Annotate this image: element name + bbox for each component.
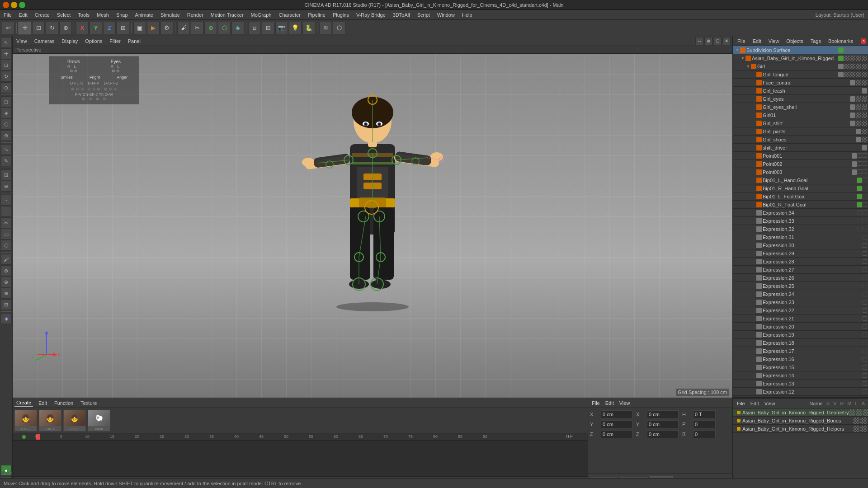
tl-tab-function[interactable]: Function — [52, 399, 75, 407]
toolbar-loop-btn[interactable]: ⊕ — [204, 22, 217, 34]
obj-row-expr13[interactable]: ▶Expression.13 — [733, 380, 868, 388]
obj-row-expr25[interactable]: ▶Expression.25 — [733, 282, 868, 290]
attr-tab-view[interactable]: View — [618, 399, 632, 407]
viewport-navigate-btn[interactable]: ↔ — [695, 37, 703, 45]
toolbar-light-btn[interactable]: 💡 — [289, 22, 302, 34]
obj-row-face-control[interactable]: ▶ Face_control — [733, 79, 868, 87]
obj-row-expr20[interactable]: ▶Expression.20 — [733, 323, 868, 331]
obj-row-girl-shirt[interactable]: ▶ Girl_shirt — [733, 119, 868, 127]
obj-row-expr14[interactable]: ▶Expression.14 — [733, 371, 868, 380]
obj-row-expr28[interactable]: ▶Expression.28 — [733, 258, 868, 266]
viewport-menu-view[interactable]: View — [14, 38, 29, 44]
menu-tools[interactable]: Tools — [74, 11, 93, 19]
obj-row-expr34[interactable]: ▶Expression.34 — [733, 209, 868, 217]
obj-row-expr32[interactable]: ▶Expression.32 — [733, 225, 868, 233]
obj-tab-objects[interactable]: Objects — [783, 38, 806, 45]
menu-3dtoall[interactable]: 3DToAll — [389, 11, 414, 19]
left-knife-btn[interactable]: ✂ — [1, 217, 12, 228]
viewport-display-btn[interactable]: ⬡ — [713, 37, 722, 45]
obj-row-expr31[interactable]: ▶Expression.31 — [733, 233, 868, 241]
left-subdivide-btn[interactable]: ⋱ — [1, 206, 12, 217]
viewport-close-btn[interactable]: ✕ — [722, 37, 731, 45]
obj-tab-bookmarks[interactable]: Bookmarks — [826, 38, 856, 45]
obj-vis-leash[interactable] — [862, 88, 867, 94]
viewport-menu-options[interactable]: Options — [83, 38, 104, 44]
attr-b-input[interactable] — [693, 430, 716, 438]
obj-row-point003[interactable]: ▶ Point003 — [733, 168, 868, 176]
obj-bottom-row-helpers[interactable]: Asian_Baby_Girl_in_Kimono_Rigged_Helpers — [733, 425, 868, 433]
left-snap-btn[interactable]: ⊞ — [1, 169, 12, 180]
left-brush-btn[interactable]: ⬡ — [1, 240, 12, 251]
obj-bottom-row-bones[interactable]: Asian_Baby_Girl_in_Kimono_Rigged_Bones — [733, 417, 868, 425]
obj-row-girl-eyes-shell[interactable]: ▶ Girl_eyes_shell — [733, 103, 868, 111]
obj-row-bip01-r-foot[interactable]: ▶ Bip01_R_Foot.Goal — [733, 201, 868, 209]
toolbar-select-btn[interactable]: ⊕ — [59, 22, 72, 34]
obj-row-bip01-r-hand[interactable]: ▶ Bip01_R_Hand.Goal — [733, 184, 868, 192]
obj-row-expr22[interactable]: ▶Expression.22 — [733, 306, 868, 314]
left-pen-btn[interactable]: ✎ — [1, 155, 12, 166]
menu-pipeline[interactable]: Pipeline — [304, 11, 329, 19]
obj-tab-tags[interactable]: Tags — [808, 38, 824, 45]
obj-vis-eyes-shell[interactable] — [850, 104, 855, 110]
obj-row-subdivision[interactable]: ▼ Subdivision Surface — [733, 46, 868, 54]
menu-snap[interactable]: Snap — [113, 11, 132, 19]
menu-render[interactable]: Render — [184, 11, 207, 19]
obj-row-bip01-l-foot[interactable]: ▶ Bip01_L_Foot.Goal — [733, 192, 868, 201]
left-rotate-btn[interactable]: ↻ — [1, 71, 12, 82]
menu-mograph[interactable]: MoGraph — [247, 11, 275, 19]
title-close-btn[interactable] — [3, 2, 9, 8]
left-sculpt3-btn[interactable]: ≋ — [1, 288, 12, 299]
obj-visible-dot[interactable] — [838, 47, 844, 53]
obj-vis-tongue[interactable] — [838, 72, 844, 77]
obj-tab-edit[interactable]: Edit — [750, 38, 764, 45]
obj-bottom-tab-file[interactable]: File — [735, 400, 747, 407]
left-scale-btn[interactable]: ⊡ — [1, 60, 12, 70]
toolbar-z-btn[interactable]: Z — [103, 22, 116, 34]
toolbar-array-btn[interactable]: ⧈ — [248, 22, 261, 34]
viewport-menu-filter[interactable]: Filter — [108, 38, 122, 44]
tl-tab-texture[interactable]: Texture — [79, 399, 99, 407]
obj-manager-close-btn[interactable]: ✕ — [861, 38, 866, 44]
obj-row-expr27[interactable]: ▶Expression.27 — [733, 266, 868, 274]
title-max-btn[interactable] — [19, 2, 25, 8]
toolbar-render-region-btn[interactable]: ▣ — [133, 22, 146, 34]
tl-tab-create[interactable]: Create — [14, 399, 33, 407]
menu-simulate[interactable]: Simulate — [157, 11, 184, 19]
obj-row-girl-leash[interactable]: ▶ Girl_leash — [733, 87, 868, 95]
menu-edit[interactable]: Edit — [15, 11, 31, 19]
left-pointer-btn[interactable]: ↖ — [1, 37, 12, 48]
menu-file[interactable]: File — [0, 11, 15, 19]
obj-row-expr16[interactable]: ▶Expression.16 — [733, 355, 868, 363]
obj-row-expr15[interactable]: ▶Expression.15 — [733, 363, 868, 371]
obj-row-shift-driver[interactable]: ▶ shift_driver — [733, 144, 868, 152]
viewport-menu-cameras[interactable]: Cameras — [33, 38, 57, 44]
preview-thumb-2[interactable]: 👧 Girl_L — [39, 410, 61, 432]
menu-script[interactable]: Script — [414, 11, 434, 19]
obj-row-expr12[interactable]: ▶Expression.12 — [733, 388, 868, 396]
obj-row-expr23[interactable]: ▶Expression.23 — [733, 298, 868, 306]
menu-create[interactable]: Create — [31, 11, 53, 19]
toolbar-render-settings-btn[interactable]: ⚙ — [160, 22, 173, 34]
obj-row-expr17[interactable]: ▶Expression.17 — [733, 347, 868, 355]
preview-thumb-3[interactable]: 👧 Girl_L — [63, 410, 86, 432]
obj-row-point001[interactable]: ▶ Point001 — [733, 152, 868, 160]
viewport-menu-panel[interactable]: Panel — [126, 38, 142, 44]
attr-z-rot-input[interactable] — [647, 430, 679, 438]
obj-vis-face[interactable] — [850, 80, 855, 85]
toolbar-knife-btn[interactable]: ✂ — [191, 22, 203, 34]
toolbar-boole-btn[interactable]: ◈ — [231, 22, 244, 34]
obj-tab-view[interactable]: View — [766, 38, 782, 45]
title-min-btn[interactable] — [11, 2, 17, 8]
obj-row-girl-eyes[interactable]: ▶ Girl_eyes — [733, 95, 868, 103]
left-sculpt4-btn[interactable]: ⊟ — [1, 299, 12, 310]
obj-row-girl-root[interactable]: ▼ Asian_Baby_Girl_in_Kimono_Rigged — [733, 54, 868, 62]
obj-row-girl01[interactable]: ▶ Girl01 — [733, 111, 868, 119]
left-material-btn[interactable]: ◈ — [1, 313, 12, 324]
toolbar-paint-btn[interactable]: 🖌 — [177, 22, 190, 34]
obj-tab-file[interactable]: File — [735, 38, 748, 45]
toolbar-extrude-btn[interactable]: ⬡ — [218, 22, 231, 34]
obj-row-bip01-l-hand[interactable]: ▶ Bip01_L_Hand.Goal — [733, 176, 868, 184]
toolbar-x-btn[interactable]: X — [76, 22, 89, 34]
left-sculpt2-btn[interactable]: ⊚ — [1, 277, 12, 287]
obj-row-girl-tongue[interactable]: ▶ Girl_tongue — [733, 70, 868, 79]
